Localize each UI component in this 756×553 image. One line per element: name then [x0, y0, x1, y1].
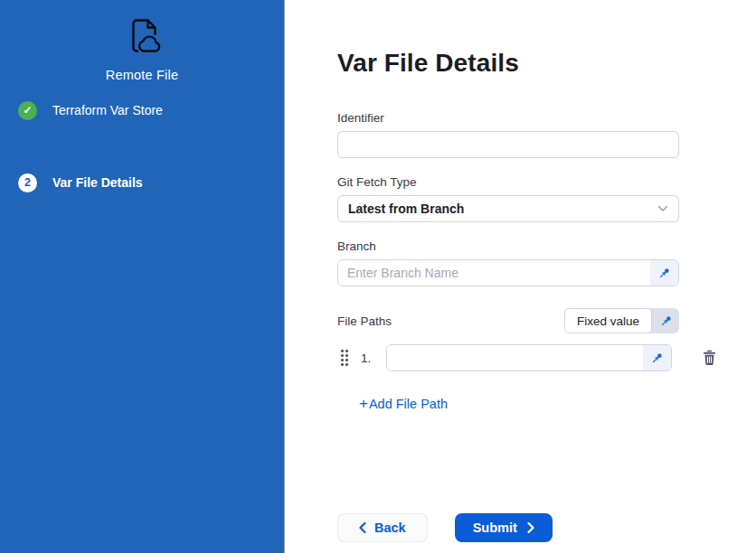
git-fetch-type-label: Git Fetch Type	[337, 175, 679, 189]
sidebar-step-terraform-var-store[interactable]: ✓ Terraform Var Store	[0, 100, 284, 120]
sidebar-title: Remote File	[0, 68, 284, 82]
value-type-pin-icon	[652, 308, 679, 333]
add-file-path-button[interactable]: + Add File Path	[359, 396, 448, 411]
back-button[interactable]: Back	[337, 513, 428, 542]
step-sidebar: Remote File ✓ Terraform Var Store 2 Var …	[0, 0, 285, 553]
fixed-value-label: Fixed value	[564, 308, 652, 333]
remote-file-cloud-icon	[120, 14, 164, 62]
git-fetch-type-value: Latest from Branch	[348, 202, 464, 216]
branch-field	[337, 259, 679, 286]
sidebar-header: Remote File	[0, 0, 284, 82]
step-label: Terraform Var Store	[52, 103, 163, 117]
git-fetch-type-select[interactable]: Latest from Branch	[337, 195, 679, 222]
plus-icon: +	[359, 396, 368, 411]
step-number-badge: 2	[18, 173, 37, 192]
delete-file-path-button[interactable]	[700, 348, 719, 368]
step-label: Var File Details	[52, 175, 143, 190]
wizard-dialog: Remote File ✓ Terraform Var Store 2 Var …	[0, 0, 756, 553]
chevron-left-icon	[359, 522, 366, 533]
file-paths-label: File Paths	[337, 314, 392, 328]
step-completed-check-icon: ✓	[18, 101, 37, 120]
file-path-input[interactable]	[387, 345, 643, 370]
chevron-right-icon	[527, 522, 534, 533]
branch-input[interactable]	[338, 260, 650, 286]
file-paths-value-type-button[interactable]: Fixed value	[564, 308, 679, 333]
check-glyph: ✓	[23, 105, 32, 116]
file-paths-header: File Paths Fixed value	[337, 308, 679, 333]
page-title: Var File Details	[337, 49, 756, 78]
wizard-footer: Back Submit	[337, 513, 679, 542]
file-path-field	[386, 344, 672, 371]
row-index: 1.	[361, 351, 371, 365]
var-file-form: Identifier Git Fetch Type Latest from Br…	[337, 111, 679, 542]
trash-icon	[702, 350, 717, 366]
pin-icon	[650, 351, 664, 365]
pin-icon	[657, 267, 671, 280]
identifier-input[interactable]	[337, 131, 679, 158]
drag-handle-icon[interactable]	[341, 350, 348, 366]
branch-runtime-pin-button[interactable]	[650, 260, 678, 286]
sidebar-step-var-file-details[interactable]: 2 Var File Details	[0, 173, 284, 192]
submit-button[interactable]: Submit	[455, 513, 553, 542]
submit-button-label: Submit	[473, 520, 517, 535]
identifier-label: Identifier	[337, 111, 679, 125]
file-path-row: 1.	[337, 344, 679, 371]
chevron-down-icon	[657, 205, 668, 212]
branch-label: Branch	[337, 239, 679, 253]
add-file-path-label: Add File Path	[369, 397, 448, 411]
var-file-details-panel: Var File Details Identifier Git Fetch Ty…	[285, 0, 756, 553]
back-button-label: Back	[374, 520, 406, 535]
file-path-runtime-pin-button[interactable]	[643, 345, 671, 370]
